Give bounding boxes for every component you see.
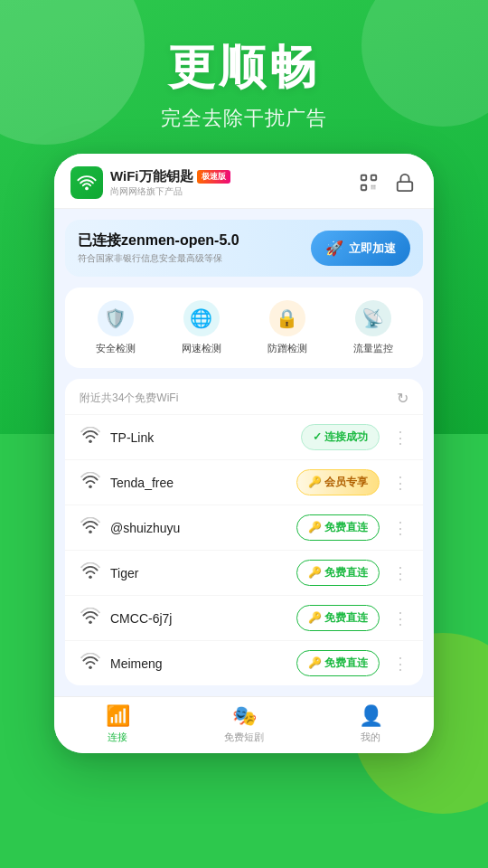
wifi-name: CMCC-6j7j <box>110 611 287 626</box>
svg-point-9 <box>89 620 92 624</box>
svg-rect-1 <box>361 175 367 181</box>
nav-label-video: 免费短剧 <box>224 731 264 744</box>
wifi-list: TP-Link ✓ 连接成功 ⋮ Tenda_free 🔑 会员专享 ⋮ @sh… <box>65 414 423 685</box>
hero-subtitle: 完全去除干扰广告 <box>0 105 488 132</box>
connected-banner: 已连接zenmen-open-5.0 符合国家非银行信息安全最高级等保 🚀 立即… <box>65 220 423 277</box>
connected-name: 已连接zenmen-open-5.0 <box>78 231 239 250</box>
connected-info: 已连接zenmen-open-5.0 符合国家非银行信息安全最高级等保 <box>78 231 239 265</box>
action-label: 网速检测 <box>182 342 221 355</box>
wifi-badge[interactable]: 🔑 免费直连 <box>296 605 380 631</box>
quick-action-安全检测[interactable]: 🛡️ 安全检测 <box>72 300 158 355</box>
quick-action-流量监控[interactable]: 📡 流量监控 <box>330 300 416 355</box>
wifi-item[interactable]: @shuizhuyu 🔑 免费直连 ⋮ <box>65 505 423 550</box>
wifi-badge[interactable]: 🔑 会员专享 <box>296 469 380 495</box>
nav-item-profile[interactable]: 👤 我的 <box>307 704 434 744</box>
wifi-name: Tiger <box>110 566 287 580</box>
wifi-signal-icon <box>80 608 101 628</box>
rocket-icon: 🚀 <box>325 240 343 257</box>
nav-icon-connect: 📶 <box>106 704 130 728</box>
quick-actions: 🛡️ 安全检测 🌐 网速检测 🔒 防蹭检测 📡 流量监控 <box>65 288 423 368</box>
svg-rect-4 <box>398 182 413 191</box>
refresh-icon[interactable]: ↻ <box>397 390 408 407</box>
wifi-signal-icon <box>80 562 101 583</box>
app-name-wrap: WiFi万能钥匙 极速版 尚网网络旗下产品 <box>110 168 230 198</box>
wifi-item[interactable]: CMCC-6j7j 🔑 免费直连 ⋮ <box>65 595 423 640</box>
scan-icon[interactable] <box>356 170 381 195</box>
more-icon[interactable]: ⋮ <box>389 654 408 674</box>
svg-point-7 <box>89 530 92 533</box>
wifi-badge[interactable]: 🔑 免费直连 <box>296 560 380 586</box>
more-icon[interactable]: ⋮ <box>389 518 408 538</box>
app-screen: WiFi万能钥匙 极速版 尚网网络旗下产品 <box>54 154 434 753</box>
app-name: WiFi万能钥匙 极速版 <box>110 168 230 185</box>
more-icon[interactable]: ⋮ <box>389 609 408 628</box>
action-icon: 📡 <box>355 300 391 336</box>
wifi-section: 附近共34个免费WiFi ↻ TP-Link ✓ 连接成功 ⋮ Tenda_f <box>65 379 423 685</box>
wifi-item[interactable]: Tiger 🔑 免费直连 ⋮ <box>65 550 423 595</box>
lock-icon[interactable] <box>392 170 418 195</box>
nav-item-connect[interactable]: 📶 连接 <box>54 704 181 744</box>
wifi-item[interactable]: TP-Link ✓ 连接成功 ⋮ <box>65 414 423 459</box>
speed-badge: 极速版 <box>197 170 230 184</box>
nav-label-profile: 我的 <box>361 731 380 744</box>
svg-rect-3 <box>361 185 367 191</box>
app-sub: 尚网网络旗下产品 <box>110 185 230 198</box>
phone-mockup: WiFi万能钥匙 极速版 尚网网络旗下产品 <box>54 154 434 753</box>
speed-button[interactable]: 🚀 立即加速 <box>311 231 410 266</box>
svg-point-10 <box>89 665 92 669</box>
nav-icon-video: 🎭 <box>232 704 257 728</box>
action-icon: 🌐 <box>183 300 220 336</box>
action-label: 防蹭检测 <box>267 342 307 355</box>
svg-point-6 <box>89 485 92 488</box>
header-icons <box>356 170 418 195</box>
action-icon: 🛡️ <box>98 300 134 336</box>
more-icon[interactable]: ⋮ <box>389 473 408 493</box>
action-label: 流量监控 <box>353 342 393 355</box>
bottom-nav: 📶 连接 🎭 免费短剧 👤 我的 <box>54 696 434 753</box>
nav-item-video[interactable]: 🎭 免费短剧 <box>181 704 307 744</box>
wifi-name: Tenda_free <box>110 476 287 490</box>
wifi-badge[interactable]: 🔑 免费直连 <box>296 514 380 541</box>
wifi-badge[interactable]: 🔑 免费直连 <box>296 650 380 676</box>
nav-icon-profile: 👤 <box>359 704 383 728</box>
nav-label-connect: 连接 <box>108 731 127 744</box>
wifi-signal-icon <box>80 427 101 448</box>
more-icon[interactable]: ⋮ <box>389 428 408 448</box>
wifi-signal-icon <box>80 472 101 493</box>
app-logo: WiFi万能钥匙 极速版 尚网网络旗下产品 <box>70 166 230 199</box>
hero-section: 更顺畅 完全去除干扰广告 <box>0 36 488 132</box>
action-label: 安全检测 <box>96 342 136 355</box>
wifi-item[interactable]: Tenda_free 🔑 会员专享 ⋮ <box>65 459 423 505</box>
wifi-signal-icon <box>80 653 101 674</box>
wifi-section-header: 附近共34个免费WiFi ↻ <box>65 379 423 414</box>
more-icon[interactable]: ⋮ <box>389 563 408 583</box>
action-icon: 🔒 <box>269 300 305 336</box>
svg-point-5 <box>89 439 92 443</box>
app-header: WiFi万能钥匙 极速版 尚网网络旗下产品 <box>54 154 434 209</box>
wifi-name: TP-Link <box>110 430 292 445</box>
quick-action-网速检测[interactable]: 🌐 网速检测 <box>158 300 244 355</box>
quick-action-防蹭检测[interactable]: 🔒 防蹭检测 <box>244 300 330 355</box>
wifi-signal-icon <box>80 517 101 538</box>
wifi-count: 附近共34个免费WiFi <box>80 391 178 406</box>
svg-point-0 <box>85 187 89 191</box>
wifi-name: Meimeng <box>110 656 287 671</box>
wifi-item[interactable]: Meimeng 🔑 免费直连 ⋮ <box>65 640 423 685</box>
svg-point-8 <box>89 575 92 579</box>
svg-rect-2 <box>371 175 377 181</box>
wifi-name: @shuizhuyu <box>110 521 287 535</box>
hero-title: 更顺畅 <box>0 36 488 99</box>
app-logo-icon <box>70 166 103 199</box>
connected-desc: 符合国家非银行信息安全最高级等保 <box>78 252 239 265</box>
wifi-badge[interactable]: ✓ 连接成功 <box>301 424 380 450</box>
